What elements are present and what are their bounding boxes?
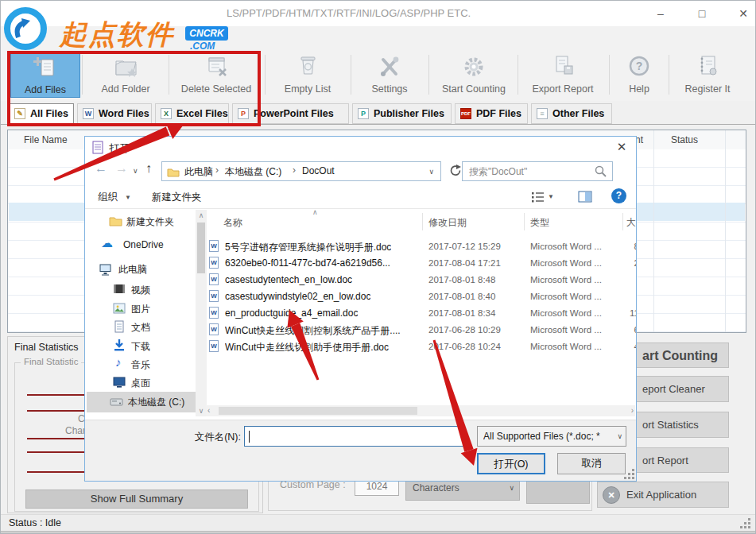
toolbar-separator — [518, 55, 518, 95]
help-circle-icon[interactable]: ? — [611, 188, 626, 203]
file-list-hscrollbar[interactable]: ‹ › — [206, 405, 635, 416]
filetype-dropdown[interactable]: All Supported Files (*.doc; * ∨ — [477, 426, 626, 447]
cncrk-badge: CNCRK — [185, 26, 228, 41]
tab-publisher-files[interactable]: P Publisher Files — [352, 103, 452, 124]
forward-icon[interactable]: → — [115, 161, 128, 176]
tab-other-files-label: Other Files — [552, 108, 604, 119]
sidebar-item-desktop[interactable]: 桌面 — [87, 373, 194, 393]
show-full-summary-button[interactable]: Show Full Summary — [25, 489, 248, 509]
file-row[interactable]: W 6320ebe0-f011-477c-bd74-a6219d56... 20… — [206, 255, 637, 272]
maximize-button[interactable]: □ — [688, 4, 715, 23]
views-icon[interactable] — [532, 192, 545, 203]
breadcrumb-drive[interactable]: 本地磁盘 (C:) — [225, 165, 281, 179]
tab-pdf-files[interactable]: PDF PDF Files — [455, 103, 528, 124]
file-row[interactable]: W 5号字进销存管理系统操作说明手册.doc 2017-07-12 15:29 … — [206, 238, 637, 255]
file-size: 8 — [586, 242, 637, 251]
col-date[interactable]: 修改日期 — [428, 216, 467, 230]
help-button[interactable]: ? Help — [611, 53, 667, 98]
up-icon[interactable]: ↑ — [145, 161, 152, 176]
file-row[interactable]: W en_productguide_a4_email.doc 2017-08-0… — [206, 305, 637, 322]
export-report-icon — [519, 53, 607, 82]
breadcrumb-chevron-icon[interactable]: ∨ — [428, 168, 434, 176]
scroll-right-icon[interactable]: › — [631, 406, 634, 415]
col-file-name: File Name — [24, 134, 68, 145]
disk-icon — [110, 397, 123, 407]
file-row[interactable]: W casestudytentech_en_low.doc 2017-08-01… — [206, 272, 637, 288]
empty-list-button[interactable]: Empty List — [268, 53, 347, 98]
text-cursor — [249, 431, 250, 443]
sidebar-label: 新建文件夹 — [126, 215, 174, 229]
register-button[interactable]: Register It — [670, 53, 745, 98]
file-row[interactable]: W WinCut中走丝线切割助手使用手册.doc 2017-06-28 10:2… — [206, 339, 637, 355]
register-icon — [670, 53, 745, 82]
word-doc-icon: W — [209, 240, 219, 252]
column-divider[interactable] — [524, 213, 525, 230]
site-logo: 起点软件 CNCRK .COM — [1, 2, 239, 53]
history-chevron-icon[interactable]: ∨ — [133, 167, 138, 175]
scrollbar-thumb[interactable] — [219, 407, 417, 415]
scroll-up-icon[interactable]: ∧ — [196, 211, 207, 219]
file-row[interactable]: W WinCut快走丝线切割控制系统产品手册.... 2017-06-28 10… — [206, 322, 637, 339]
col-size[interactable]: 大小 — [626, 216, 637, 230]
filename-input[interactable] — [244, 426, 463, 447]
sidebar-item-onedrive[interactable]: ☁ OneDrive — [87, 235, 194, 256]
report-button[interactable]: ort Report — [635, 447, 729, 473]
refresh-icon[interactable] — [448, 164, 462, 178]
minimize-button[interactable]: – — [647, 4, 674, 23]
word-doc-icon: W — [209, 290, 219, 302]
file-date: 2017-08-01 8:48 — [428, 275, 495, 284]
toolbar-separator — [351, 55, 351, 95]
col-type[interactable]: 类型 — [530, 216, 549, 230]
col-name[interactable]: 名称 — [223, 216, 242, 230]
sidebar-label: 视频 — [131, 284, 150, 297]
column-divider[interactable] — [622, 213, 623, 230]
sidebar-item-this-pc[interactable]: 此电脑 — [87, 259, 194, 280]
custom-page-unit-label: Characters — [413, 482, 459, 493]
close-button[interactable]: ✕ — [730, 4, 756, 23]
settings-button[interactable]: Settings — [354, 53, 425, 98]
views-chevron-icon[interactable]: ▼ — [548, 193, 554, 200]
export-report-button[interactable]: Export Report — [519, 53, 607, 98]
file-row[interactable]: W casestudywindstyle02_en_low.doc 2017-0… — [206, 288, 637, 305]
pictures-icon — [113, 303, 126, 314]
scroll-left-icon[interactable]: ‹ — [207, 406, 210, 415]
statistics-button[interactable]: ort Statistics — [635, 412, 729, 438]
preview-pane-icon[interactable] — [578, 191, 592, 203]
sidebar-item-documents[interactable]: 文档 — [87, 317, 194, 338]
scroll-down-icon[interactable]: ∨ — [196, 407, 207, 415]
search-box[interactable]: 搜索"DocOut" — [462, 161, 613, 181]
scrollbar-thumb[interactable] — [197, 222, 205, 273]
word-doc-icon: W — [209, 323, 219, 335]
organize-chevron-icon: ▼ — [125, 194, 131, 201]
publisher-files-icon: P — [358, 108, 369, 119]
open-file-dialog: 打开 ✕ ← → ∨ ↑ 此电脑 › 本地磁盘 (C:) › DocOut ∨ … — [84, 136, 637, 482]
annotation-red-rectangle — [7, 51, 261, 126]
new-folder-button[interactable]: 新建文件夹 — [152, 191, 202, 204]
column-divider[interactable] — [422, 213, 423, 230]
start-counting-big-button[interactable]: art Counting — [635, 342, 729, 368]
status-text: Status : Idle — [9, 517, 61, 528]
file-name: 6320ebe0-f011-477c-bd74-a6219d56... — [225, 257, 390, 269]
file-date: 2017-08-01 8:34 — [428, 308, 495, 318]
pdf-files-icon: PDF — [460, 108, 471, 119]
report-cleaner-button[interactable]: eport Cleaner — [635, 376, 729, 402]
sidebar-scrollbar[interactable]: ∧ ∨ — [196, 210, 207, 416]
search-icon[interactable] — [595, 165, 607, 178]
open-button[interactable]: 打开(O) — [477, 453, 545, 474]
resize-grip-icon[interactable] — [740, 518, 742, 520]
breadcrumb[interactable]: 此电脑 › 本地磁盘 (C:) › DocOut ∨ — [161, 161, 441, 181]
tab-other-files[interactable]: ≡ Other Files — [531, 103, 612, 124]
sidebar-item-local-disk-c[interactable]: 本地磁盘 (C:) — [87, 392, 194, 412]
sidebar-item-videos[interactable]: 视频 — [87, 280, 194, 300]
back-icon[interactable]: ← — [95, 161, 107, 176]
toolbar-separator — [669, 55, 669, 95]
dialog-resize-grip-icon[interactable] — [624, 469, 626, 471]
start-counting-button[interactable]: Start Counting — [432, 53, 516, 98]
sidebar-item-new-folder[interactable]: 新建文件夹 — [87, 211, 194, 232]
dialog-close-icon[interactable]: ✕ — [611, 140, 632, 156]
file-date: 2017-08-01 8:40 — [428, 292, 495, 301]
breadcrumb-root[interactable]: 此电脑 — [184, 165, 213, 179]
organize-menu[interactable]: 组织 — [98, 191, 118, 204]
cancel-button[interactable]: 取消 — [557, 453, 626, 474]
breadcrumb-folder[interactable]: DocOut — [302, 165, 335, 176]
